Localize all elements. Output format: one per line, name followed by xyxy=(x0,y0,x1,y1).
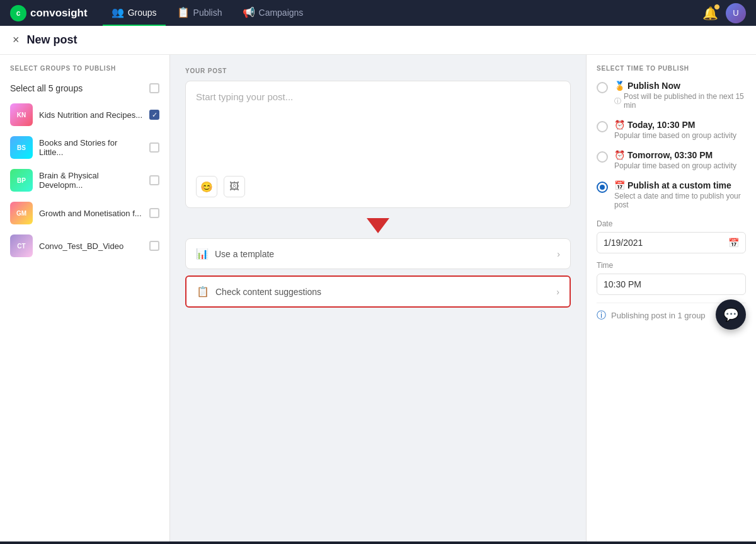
date-value: 1/19/2021 xyxy=(604,238,643,248)
check-suggestions-left: 📋 Check content suggestions xyxy=(197,286,321,298)
time-value: 10:30 PM xyxy=(604,279,641,289)
today-title: ⏰ Today, 10:30 PM xyxy=(614,120,746,130)
group-checkbox[interactable] xyxy=(149,175,159,185)
date-time-section: Date 1/19/2021 📅 Time 10:30 PM xyxy=(597,219,746,295)
brand-icon: c xyxy=(10,5,26,21)
group-thumbnail: GM xyxy=(10,202,33,224)
time-label: Time xyxy=(597,261,746,270)
notification-badge xyxy=(714,4,720,10)
today-content: ⏰ Today, 10:30 PM Popular time based on … xyxy=(614,120,746,140)
publish-now-option[interactable]: 🏅 Publish Now ⓘ Post will be published i… xyxy=(597,81,746,110)
nav-item-groups-label: Groups xyxy=(128,8,157,18)
publish-icon: 📋 xyxy=(177,6,190,18)
group-checkbox[interactable]: ✓ xyxy=(149,110,159,120)
close-button[interactable]: × xyxy=(13,33,20,47)
tomorrow-title: ⏰ Tomorrow, 03:30 PM xyxy=(614,150,746,160)
right-panel: SELECT TIME TO PUBLISH 🏅 Publish Now ⓘ P… xyxy=(586,55,756,541)
user-avatar[interactable]: U xyxy=(726,3,746,23)
check-suggestions-row[interactable]: 📋 Check content suggestions › xyxy=(185,275,571,308)
post-actions: 😊 🖼 xyxy=(196,176,560,197)
publish-now-content: 🏅 Publish Now ⓘ Post will be published i… xyxy=(614,81,746,110)
group-checkbox[interactable] xyxy=(149,208,159,218)
main-content: SELECT GROUPS TO PUBLISH Select all 5 gr… xyxy=(0,55,756,541)
calendar-icon: 📅 xyxy=(728,238,739,248)
today-radio[interactable] xyxy=(597,121,608,132)
arrow-indicator xyxy=(185,218,571,233)
red-arrow-icon xyxy=(367,218,389,233)
bottom-dark-area xyxy=(0,541,756,544)
chat-bubble-button[interactable]: 💬 xyxy=(716,299,746,330)
brand: c convosight xyxy=(10,5,88,21)
navbar: c convosight 👥 Groups 📋 Publish 📢 Campai… xyxy=(0,0,756,26)
group-item[interactable]: BS Books and Stories for Little... xyxy=(0,131,169,164)
post-textarea[interactable] xyxy=(196,91,560,167)
your-post-label: YOUR POST xyxy=(185,67,571,74)
group-name: Growth and Monetisation f... xyxy=(39,209,143,218)
group-item[interactable]: CT Convo_Test_BD_Video xyxy=(0,229,169,262)
select-all-checkbox[interactable] xyxy=(149,83,159,93)
template-chevron-icon: › xyxy=(557,249,560,259)
check-suggestions-label: Check content suggestions xyxy=(215,287,321,297)
group-thumbnail: CT xyxy=(10,234,33,257)
tomorrow-content: ⏰ Tomorrow, 03:30 PM Popular time based … xyxy=(614,150,746,170)
nav-items: 👥 Groups 📋 Publish 📢 Campaigns xyxy=(103,0,687,26)
page-header: × New post xyxy=(0,26,756,55)
publishing-info-icon: ⓘ xyxy=(597,310,606,321)
custom-time-content: 📅 Publish at a custom time Select a date… xyxy=(614,180,746,209)
emoji-button[interactable]: 😊 xyxy=(196,176,217,197)
nav-right: 🔔 U xyxy=(702,3,746,23)
time-input[interactable]: 10:30 PM xyxy=(597,274,746,295)
custom-time-option[interactable]: 📅 Publish at a custom time Select a date… xyxy=(597,180,746,209)
tomorrow-option[interactable]: ⏰ Tomorrow, 03:30 PM Popular time based … xyxy=(597,150,746,170)
nav-item-groups[interactable]: 👥 Groups xyxy=(103,0,166,26)
nav-item-campaigns[interactable]: 📢 Campaigns xyxy=(234,0,312,26)
custom-time-radio[interactable] xyxy=(597,182,608,193)
nav-item-publish-label: Publish xyxy=(193,8,222,18)
group-thumbnail: KN xyxy=(10,103,33,126)
groups-icon: 👥 xyxy=(112,6,124,18)
info-icon: ⓘ xyxy=(614,96,621,106)
campaigns-icon: 📢 xyxy=(243,6,255,18)
group-name: Convo_Test_BD_Video xyxy=(39,241,143,251)
group-name: Books and Stories for Little... xyxy=(39,138,143,157)
group-item[interactable]: KN Kids Nutrition and Recipes... ✓ xyxy=(0,98,169,131)
publishing-info-text: Publishing post in 1 group xyxy=(611,311,706,320)
publish-now-subtitle: ⓘ Post will be published in the next 15 … xyxy=(614,92,746,110)
center-panel: YOUR POST 😊 🖼 📊 Use a template › 📋 Check… xyxy=(170,55,586,541)
post-box: 😊 🖼 xyxy=(185,81,571,208)
use-template-left: 📊 Use a template xyxy=(196,248,274,260)
tomorrow-subtitle: Popular time based on group activity xyxy=(614,161,746,170)
chat-bubble-icon: 💬 xyxy=(723,307,739,322)
group-thumbnail: BS xyxy=(10,136,33,159)
group-item[interactable]: GM Growth and Monetisation f... xyxy=(0,197,169,229)
use-template-label: Use a template xyxy=(215,249,274,259)
custom-time-title: 📅 Publish at a custom time xyxy=(614,180,746,190)
brand-name: convosight xyxy=(30,7,88,20)
group-checkbox[interactable] xyxy=(149,142,159,153)
date-input[interactable]: 1/19/2021 📅 xyxy=(597,232,746,253)
template-icon: 📊 xyxy=(196,248,209,260)
notification-bell[interactable]: 🔔 xyxy=(702,6,718,21)
group-name: Brain & Physical Developm... xyxy=(39,171,143,190)
publish-now-title: 🏅 Publish Now xyxy=(614,81,746,91)
custom-time-subtitle: Select a date and time to publish your p… xyxy=(614,192,746,209)
group-item[interactable]: BP Brain & Physical Developm... xyxy=(0,164,169,197)
page-title: New post xyxy=(27,33,77,47)
suggestions-icon: 📋 xyxy=(197,286,209,298)
group-checkbox[interactable] xyxy=(149,241,159,251)
nav-item-publish[interactable]: 📋 Publish xyxy=(168,0,231,26)
tomorrow-radio[interactable] xyxy=(597,151,608,163)
date-label: Date xyxy=(597,219,746,228)
group-thumbnail: BP xyxy=(10,169,33,192)
today-option[interactable]: ⏰ Today, 10:30 PM Popular time based on … xyxy=(597,120,746,140)
today-subtitle: Popular time based on group activity xyxy=(614,131,746,140)
select-all-row[interactable]: Select all 5 groups xyxy=(0,78,169,98)
image-button[interactable]: 🖼 xyxy=(224,176,245,197)
time-section-label: SELECT TIME TO PUBLISH xyxy=(597,65,746,72)
group-name: Kids Nutrition and Recipes... xyxy=(39,110,143,120)
use-template-row[interactable]: 📊 Use a template › xyxy=(185,238,571,269)
nav-item-campaigns-label: Campaigns xyxy=(259,8,304,18)
select-all-label: Select all 5 groups xyxy=(10,83,83,93)
suggestions-chevron-icon: › xyxy=(556,287,559,297)
publish-now-radio[interactable] xyxy=(597,82,608,93)
